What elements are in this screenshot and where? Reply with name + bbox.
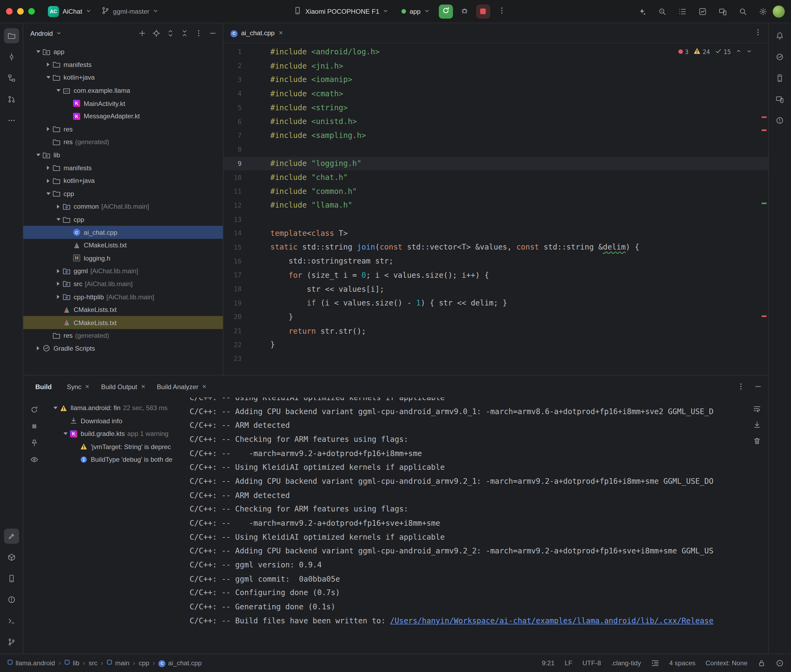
tree-item-src[interactable]: src [AiChat.lib.main] [23, 277, 223, 290]
close-icon[interactable] [141, 382, 146, 390]
tree-item-cpp-httplib[interactable]: cpp-httplib [AiChat.lib.main] [23, 290, 223, 303]
breadcrumb-item-llama-android[interactable]: llama.android [7, 659, 55, 667]
editor-options-button[interactable] [752, 27, 764, 39]
lock-icon[interactable] [757, 659, 766, 667]
stripe-mark[interactable] [762, 315, 767, 317]
tree-item-cmakelists-txt[interactable]: CMakeLists.txt [23, 239, 223, 252]
collapse-twisty-icon[interactable] [62, 432, 69, 435]
device-explorer-icon[interactable] [772, 70, 787, 85]
settings-icon[interactable] [757, 5, 770, 18]
expand-twisty-icon[interactable] [55, 295, 62, 299]
pin-icon[interactable] [28, 437, 40, 449]
code-line-5[interactable]: 5#include <string> [223, 101, 768, 115]
tree-item-lib[interactable]: lib [23, 149, 223, 162]
expand-twisty-icon[interactable] [55, 282, 62, 286]
breadcrumb-item-src[interactable]: src [88, 659, 98, 667]
build-tab-build-output[interactable]: Build Output [96, 375, 151, 397]
tree-item-kotlin-java[interactable]: kotlin+java [23, 174, 223, 187]
stop-button[interactable] [476, 4, 490, 18]
device-manager-icon[interactable] [4, 571, 19, 586]
branch-selector[interactable]: ggml-master [98, 5, 162, 18]
code-line-12[interactable]: 12#include "llama.h" [223, 198, 768, 213]
code-line-23[interactable]: 23 [223, 352, 768, 366]
problems-icon[interactable] [4, 592, 19, 607]
tree-item-buildtype-debug-is-both-de[interactable]: BuildType 'debug' is both de [45, 453, 186, 466]
breadcrumb-item-ai-chat-cpp[interactable]: Cai_chat.cpp [159, 659, 202, 667]
tree-item-ggml[interactable]: ggml [AiChat.lib.main] [23, 265, 223, 277]
code-line-2[interactable]: 2#include <jni.h> [223, 59, 768, 73]
hide-icon[interactable] [207, 27, 219, 39]
close-icon[interactable] [85, 382, 90, 390]
tree-item-gradle-scripts[interactable]: Gradle Scripts [23, 342, 223, 355]
tree-item-res[interactable]: res [23, 123, 223, 136]
breadcrumb-item-main[interactable]: main [107, 659, 130, 667]
code-line-4[interactable]: 4#include <cmath> [223, 86, 768, 101]
build-icon[interactable] [4, 528, 19, 544]
breadcrumb-item-cpp[interactable]: cpp [139, 659, 149, 667]
profiler-icon[interactable] [696, 5, 709, 18]
next-problem-icon[interactable] [747, 48, 752, 55]
minimize-window-button[interactable] [17, 8, 24, 14]
terminal-icon[interactable] [4, 613, 19, 628]
expand-twisty-icon[interactable] [44, 179, 52, 183]
tree-item-cpp[interactable]: cpp [23, 213, 223, 226]
status-item-clang-tidy[interactable]: .clang-tidy [611, 659, 641, 667]
stripe-mark[interactable] [762, 203, 767, 204]
inspections-status-icon[interactable] [776, 659, 784, 667]
expand-twisty-icon[interactable] [55, 269, 62, 273]
run-more-options-button[interactable] [495, 5, 509, 18]
code-line-13[interactable]: 13 [223, 212, 768, 226]
warning-count[interactable]: 24 [693, 47, 710, 56]
more-tool-windows-icon[interactable] [4, 113, 19, 128]
expand-twisty-icon[interactable] [44, 127, 52, 131]
code-line-11[interactable]: 11#include "common.h" [223, 184, 768, 198]
scroll-to-end-icon[interactable] [751, 419, 763, 431]
code-line-21[interactable]: 21 return str.str(); [223, 324, 768, 338]
locate-icon[interactable] [150, 27, 162, 39]
code-line-18[interactable]: 18 str << values[i]; [223, 282, 768, 296]
expand-twisty-icon[interactable] [44, 62, 52, 67]
code-line-8[interactable]: 8 [223, 142, 768, 157]
tree-item-llama-android-fin[interactable]: llama.android: fin22 sec, 583 ms [45, 402, 186, 414]
build-tab-build-analyzer[interactable]: Build Analyzer [152, 375, 212, 397]
gradle-icon[interactable] [772, 50, 787, 64]
preview-icon[interactable] [28, 454, 40, 466]
collapse-twisty-icon[interactable] [34, 154, 42, 156]
collapse-twisty-icon[interactable] [55, 89, 62, 92]
task-list-icon[interactable] [676, 5, 689, 18]
project-view-selector[interactable]: Android [30, 30, 53, 37]
indent-icon[interactable] [651, 659, 659, 667]
rerun-icon[interactable] [28, 404, 40, 416]
code-line-20[interactable]: 20 } [223, 310, 768, 324]
tree-item-common[interactable]: common [AiChat.lib.main] [23, 200, 223, 213]
expand-twisty-icon[interactable] [44, 166, 52, 170]
collapse-twisty-icon[interactable] [44, 192, 52, 195]
status-item-utf-8[interactable]: UTF-8 [582, 659, 601, 667]
chevron-down-icon[interactable] [56, 30, 62, 37]
status-item-context-none[interactable]: Context: None [706, 659, 748, 667]
expand-all-icon[interactable] [164, 27, 176, 39]
ai-actions-icon[interactable] [635, 5, 649, 18]
tree-item-manifests[interactable]: manifests [23, 162, 223, 174]
run-configuration-selector[interactable]: app [398, 6, 433, 17]
code-line-9[interactable]: 9#include "logging.h" [223, 157, 768, 171]
status-item-9-21[interactable]: 9:21 [542, 659, 554, 667]
build-tab-sync[interactable]: Sync [62, 375, 95, 397]
error-count[interactable]: 3 [678, 48, 688, 55]
tree-item-cpp[interactable]: cpp [23, 187, 223, 200]
build-console[interactable]: C/C++: -- Using KleidiAI optimized kerne… [186, 398, 768, 653]
close-icon[interactable] [278, 29, 283, 37]
editor-tab-ai-chat-cpp[interactable]: C ai_chat.cpp [223, 23, 290, 43]
debug-button[interactable] [458, 5, 471, 18]
collapse-twisty-icon[interactable] [34, 51, 42, 53]
tree-item-logging-h[interactable]: Hlogging.h [23, 252, 223, 265]
code-editor[interactable]: 1#include <android/log.h>2#include <jni.… [223, 43, 768, 375]
tree-item-manifests[interactable]: manifests [23, 58, 223, 71]
tree-item-messageadapter-kt[interactable]: KMessageAdapter.kt [23, 110, 223, 123]
tree-item-kotlin-java[interactable]: kotlin+java [23, 71, 223, 84]
stripe-mark[interactable] [762, 130, 767, 131]
code-line-3[interactable]: 3#include <iomanip> [223, 73, 768, 87]
code-line-22[interactable]: 22} [223, 338, 768, 352]
pull-requests-icon[interactable] [4, 92, 19, 107]
collapse-twisty-icon[interactable] [55, 218, 62, 221]
